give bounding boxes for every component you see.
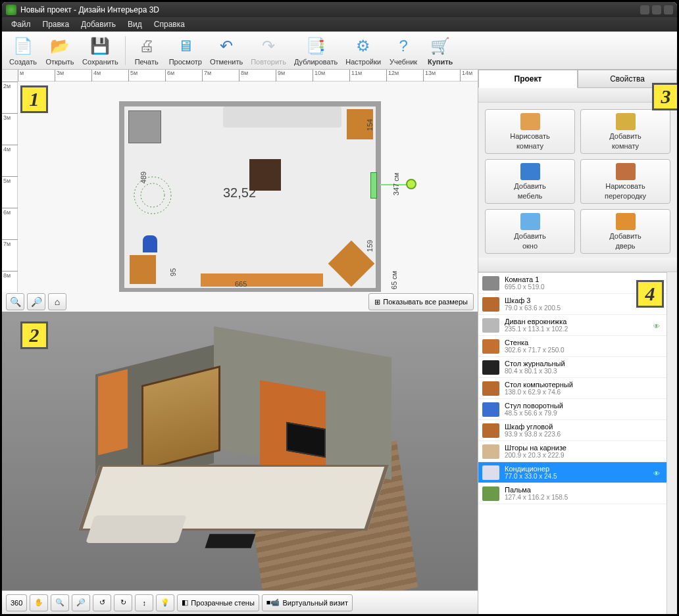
show-dimensions-button[interactable]: ⊞ Показывать все размеры — [368, 293, 474, 310]
scene-item-name: Пальма — [505, 486, 663, 494]
ruler-h-tick: 14м — [460, 70, 472, 82]
ruler-h-tick: 11м — [349, 70, 362, 82]
menu-файл[interactable]: Файл — [6, 18, 36, 30]
toolbar-separator — [125, 36, 126, 65]
furniture-plant[interactable] — [130, 172, 176, 218]
canvas-2d[interactable]: 582 32,52 — [18, 82, 478, 292]
redo-icon: ↷ — [258, 36, 279, 57]
help-button[interactable]: ?Учебник — [385, 34, 422, 67]
transparent-walls-button[interactable]: ◧ Прозрачные стены — [177, 594, 259, 611]
action-grid: 3 НарисоватькомнатуДобавитькомнатуДобави… — [478, 103, 677, 258]
rotate-left-button[interactable]: ↺ — [93, 594, 111, 611]
dim-r3: 159 — [366, 240, 374, 252]
undo-label: Отменить — [210, 58, 243, 66]
ruler-h-tick: 10м — [313, 70, 325, 82]
draw-room-label2: комнату — [516, 142, 543, 150]
draw-part-button[interactable]: Нарисоватьперегородку — [580, 159, 670, 204]
zoom-in-3d-button[interactable]: 🔎 — [72, 594, 90, 611]
redo-label: Повторить — [251, 58, 286, 66]
pan-button[interactable]: ✋ — [30, 594, 48, 611]
furniture-chair[interactable] — [143, 235, 157, 252]
visibility-eye-icon[interactable] — [653, 469, 663, 476]
tilt-button[interactable]: ↕ — [135, 594, 153, 611]
scene-item[interactable]: Шкаф угловой93.9 x 93.8 x 223.6 — [478, 420, 666, 441]
ruler-v-tick: 3м — [2, 113, 18, 121]
open-button[interactable]: 📂Открыть — [41, 34, 78, 67]
settings-button[interactable]: ⚙Настройки — [341, 34, 385, 67]
add-door-button[interactable]: Добавитьдверь — [580, 209, 670, 254]
scene-item-icon — [482, 381, 499, 396]
scene-item[interactable]: Кондиционер77.0 x 33.0 x 24.5 — [478, 462, 666, 483]
maximize-button[interactable] — [652, 5, 661, 14]
print-button[interactable]: 🖨Печать — [128, 34, 165, 67]
add-room-label2: комнату — [612, 142, 639, 150]
create-label: Создать — [9, 58, 38, 66]
scene-item[interactable]: Пальма127.4 x 116.2 x 158.5 — [478, 483, 666, 504]
menu-добавить[interactable]: Добавить — [76, 18, 121, 30]
scene-item[interactable]: Диван еврокнижка235.1 x 113.1 x 102.2 — [478, 315, 666, 336]
scene-item-name: Диван еврокнижка — [505, 318, 648, 325]
titlebar: Новый проект - Дизайн Интерьера 3D — [2, 2, 677, 17]
add-window-button[interactable]: Добавитьокно — [485, 209, 575, 254]
scene-item[interactable]: Стол компьютерный138.0 x 62.9 x 74.6 — [478, 378, 666, 399]
tab-project[interactable]: Проект — [478, 70, 578, 88]
zoom-out-3d-button[interactable]: 🔍 — [51, 594, 69, 611]
view-3d-area: 2 360 ✋ 🔍 🔎 ↺ ↻ ↕ 💡 ◧ Прозрачные стены — [2, 312, 478, 614]
home-button[interactable]: ⌂ — [48, 293, 66, 310]
dimensions-icon: ⊞ — [374, 298, 380, 306]
add-furn-button[interactable]: Добавитьмебель — [485, 159, 575, 204]
rotate-right-button[interactable]: ↻ — [114, 594, 132, 611]
zoom-in-button[interactable]: 🔎 — [27, 293, 45, 310]
menu-вид[interactable]: Вид — [122, 18, 147, 30]
visibility-eye-icon[interactable] — [653, 322, 663, 329]
redo-button[interactable]: ↷Повторить — [247, 34, 290, 67]
menu-справка[interactable]: Справка — [149, 18, 190, 30]
undo-button[interactable]: ↶Отменить — [206, 34, 247, 67]
ruler-h-tick: 8м — [239, 70, 248, 82]
duplicate-button[interactable]: 📑Дублировать — [290, 34, 341, 67]
scene-item[interactable]: Стенка302.6 x 71.7 x 250.0 — [478, 336, 666, 357]
plan-2d-area: м3м4м5м6м7м8м9м10м11м12м13м14м 2м3м4м5м6… — [2, 70, 478, 312]
furniture-sofa-top[interactable] — [223, 107, 341, 128]
furniture-item[interactable] — [128, 110, 161, 143]
create-icon: 📄 — [13, 36, 34, 57]
rotate-360-button[interactable]: 360 — [6, 594, 27, 611]
window-controls — [640, 5, 673, 14]
draw-room-button[interactable]: Нарисоватькомнату — [485, 109, 575, 154]
add-room-label1: Добавить — [609, 132, 641, 140]
zoom-out-button[interactable]: 🔍 — [6, 293, 24, 310]
save-button[interactable]: 💾Сохранить — [78, 34, 122, 67]
light-button[interactable]: 💡 — [156, 594, 174, 611]
wall-icon: ◧ — [182, 598, 188, 607]
preview-button[interactable]: 🖥Просмотр — [165, 34, 206, 67]
ruler-v-tick: 7м — [2, 239, 18, 247]
scene-item-dimensions: 302.6 x 71.7 x 250.0 — [505, 346, 663, 354]
scene-scrollbar[interactable] — [666, 272, 677, 614]
scene-item-dimensions: 80.4 x 80.1 x 30.3 — [505, 367, 663, 375]
furniture-cabinet-bl[interactable] — [130, 255, 156, 284]
buy-button[interactable]: 🛒Купить — [422, 34, 459, 67]
furniture-shelf[interactable] — [201, 273, 323, 287]
dim-bl: 95 — [169, 268, 177, 276]
section-header-1 — [478, 88, 677, 103]
view3d-toolbar: 360 ✋ 🔍 🔎 ↺ ↻ ↕ 💡 ◧ Прозрачные стены ■📹 … — [2, 590, 478, 614]
virtual-visit-button[interactable]: ■📹 Виртуальный визит — [262, 594, 353, 611]
scene-item[interactable]: Шторы на карнизе200.9 x 20.3 x 222.9 — [478, 441, 666, 462]
create-button[interactable]: 📄Создать — [5, 34, 41, 67]
scene-item[interactable]: Стол журнальный80.4 x 80.1 x 30.3 — [478, 357, 666, 378]
add-room-button[interactable]: Добавитькомнату — [580, 109, 670, 154]
selected-ac[interactable] — [370, 172, 377, 199]
minimize-button[interactable] — [640, 5, 649, 14]
callout-4: 4 — [636, 280, 664, 308]
menu-правка[interactable]: Правка — [38, 18, 75, 30]
ruler-h-tick: 5м — [128, 70, 138, 82]
duplicate-icon: 📑 — [305, 36, 326, 57]
camera-icon: ■📹 — [266, 598, 280, 607]
canvas-3d[interactable] — [2, 312, 478, 590]
callout-1: 1 — [20, 85, 48, 113]
room-outline[interactable]: 582 32,52 — [119, 101, 381, 292]
selection-handle[interactable] — [406, 179, 416, 189]
furniture-table[interactable] — [249, 159, 281, 191]
close-button[interactable] — [664, 5, 673, 14]
scene-item[interactable]: Стул поворотный48.5 x 56.6 x 79.9 — [478, 399, 666, 420]
